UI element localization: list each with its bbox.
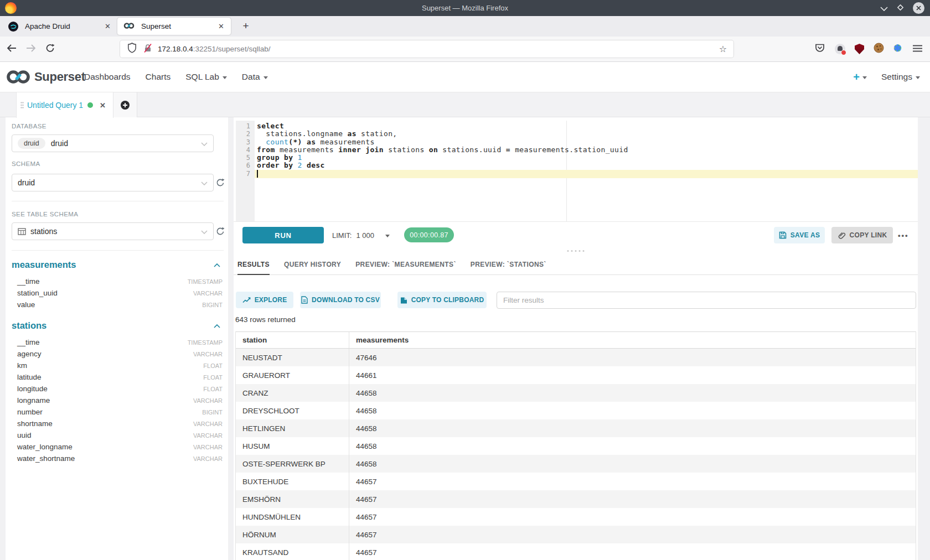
table-row[interactable]: HUNDSMÜHLEN44657 [236, 508, 916, 526]
column-row[interactable]: kmFLOAT [12, 360, 223, 371]
stations-section-header[interactable]: stations [12, 319, 224, 331]
column-row[interactable]: water_longnameVARCHAR [12, 441, 223, 453]
tab-preview-measurements[interactable]: PREVIEW: `MEASUREMENTS` [355, 255, 456, 275]
table-select[interactable]: stations [12, 222, 214, 240]
table-row[interactable]: HUSUM44658 [236, 437, 916, 455]
table-row[interactable]: EMSHÖRN44657 [236, 490, 916, 508]
column-row[interactable]: __timeTIMESTAMP [12, 336, 223, 348]
extension-icon[interactable] [835, 44, 845, 54]
table-schema-label: SEE TABLE SCHEMA [12, 211, 78, 217]
tab-close-icon[interactable]: ✕ [216, 21, 226, 32]
refresh-schemas-icon[interactable] [216, 178, 225, 187]
forward-icon[interactable] [26, 44, 36, 54]
column-row[interactable]: water_shortnameVARCHAR [12, 453, 223, 464]
new-query-tab-button[interactable] [113, 92, 137, 117]
window-maximize-icon[interactable] [897, 3, 904, 13]
query-tab[interactable]: Untitled Query 1 ✕ [16, 92, 113, 118]
download-csv-button[interactable]: DOWNLOAD TO CSV [300, 292, 381, 308]
insecure-lock-icon[interactable] [143, 43, 152, 55]
table-row[interactable]: GRAUERORT44661 [236, 366, 916, 384]
code-line[interactable]: select [257, 122, 628, 130]
chevron-up-icon[interactable] [214, 320, 220, 330]
column-row[interactable]: numberBIGINT [12, 406, 223, 418]
window-titlebar[interactable]: Superset — Mozilla Firefox [0, 0, 930, 16]
query-tab-close-icon[interactable]: ✕ [97, 100, 108, 111]
nav-dashboards[interactable]: Dashboards [84, 72, 131, 82]
database-select[interactable]: druid druid [12, 134, 214, 152]
code-line[interactable]: from measurements inner join stations on… [257, 146, 628, 154]
column-row[interactable]: shortnameVARCHAR [12, 418, 223, 429]
drag-handle-icon[interactable] [20, 102, 24, 108]
table-row[interactable]: HÖRNUM44657 [236, 526, 916, 543]
window-minimize-icon[interactable] [880, 3, 888, 13]
column-row[interactable]: station_uuidVARCHAR [12, 287, 223, 299]
url-text[interactable]: 172.18.0.4:32251/superset/sqllab/ [158, 45, 719, 53]
table-row[interactable]: OSTE-SPERRWERK BP44658 [236, 455, 916, 473]
url-bar[interactable]: 172.18.0.4:32251/superset/sqllab/ ☆ [120, 40, 733, 58]
column-row[interactable]: __timeTIMESTAMP [12, 276, 223, 287]
column-row[interactable]: longitudeFLOAT [12, 383, 223, 395]
save-as-button[interactable]: SAVE AS [774, 227, 825, 243]
chevron-down-icon [916, 76, 920, 79]
copy-link-button[interactable]: COPY LINK [831, 227, 893, 243]
tab-query-history[interactable]: QUERY HISTORY [284, 255, 341, 275]
code-lines[interactable]: select stations.longname as station, cou… [257, 122, 628, 178]
column-header-measurements[interactable]: measurements [349, 332, 916, 348]
chevron-up-icon[interactable] [214, 260, 220, 269]
bookmark-star-icon[interactable]: ☆ [719, 44, 727, 54]
code-line[interactable]: stations.longname as station, [257, 130, 628, 138]
column-header-station[interactable]: station [236, 332, 349, 348]
filter-results-input[interactable] [497, 292, 916, 309]
column-row[interactable]: longnameVARCHAR [12, 395, 223, 406]
tracking-shield-icon[interactable] [127, 43, 137, 55]
consent-asterisk-icon[interactable]: ✱✱ [893, 44, 903, 54]
gutter-numbers: 1234567 [236, 122, 250, 178]
reload-icon[interactable] [45, 44, 55, 55]
tab-preview-stations[interactable]: PREVIEW: `STATIONS` [471, 255, 546, 275]
column-row[interactable]: uuidVARCHAR [12, 429, 223, 441]
tab-close-icon[interactable]: ✕ [102, 21, 113, 32]
window-close-icon[interactable] [913, 2, 924, 14]
schema-select[interactable]: druid [12, 174, 214, 191]
tab-results[interactable]: RESULTS [237, 255, 270, 275]
extension-badge [841, 50, 846, 55]
code-line[interactable] [257, 170, 628, 178]
column-row[interactable]: agencyVARCHAR [12, 348, 223, 360]
code-line[interactable]: count(*) as measurements [257, 138, 628, 146]
add-new-button[interactable]: + [853, 71, 867, 84]
ublock-icon[interactable] [855, 44, 864, 54]
limit-control[interactable]: LIMIT: 1 000 [332, 227, 390, 243]
table-row[interactable]: HETLINGEN44658 [236, 419, 916, 437]
cookie-icon[interactable] [874, 43, 884, 55]
browser-tab-superset[interactable]: Superset ✕ [117, 18, 231, 35]
new-tab-button[interactable]: + [239, 19, 253, 33]
run-button[interactable]: RUN [242, 227, 324, 243]
nav-data[interactable]: Data [242, 72, 268, 82]
table-row[interactable]: BUXTEHUDE44657 [236, 473, 916, 490]
column-row[interactable]: latitudeFLOAT [12, 371, 223, 383]
table-row[interactable]: CRANZ44658 [236, 384, 916, 402]
pane-resize-handle[interactable] [567, 250, 585, 252]
back-icon[interactable] [7, 44, 17, 54]
table-row[interactable]: NEUSTADT47646 [236, 349, 916, 366]
column-row[interactable]: valueBIGINT [12, 299, 223, 310]
refresh-tables-icon[interactable] [216, 227, 225, 236]
measurements-section-header[interactable]: measurements [12, 258, 224, 271]
pocket-icon[interactable] [814, 43, 825, 55]
table-row[interactable]: KRAUTSAND44657 [236, 543, 916, 560]
superset-logo[interactable]: Superset [6, 62, 85, 92]
more-actions-button[interactable]: ••• [898, 227, 909, 243]
chevron-down-icon[interactable] [385, 235, 390, 237]
copy-to-clipboard-button[interactable]: COPY TO CLIPBOARD [397, 292, 487, 308]
settings-menu[interactable]: Settings [881, 72, 920, 82]
table-row[interactable]: DREYSCHLOOT44658 [236, 402, 916, 419]
nav-charts[interactable]: Charts [146, 72, 171, 82]
druid-favicon [8, 22, 18, 32]
code-line[interactable]: order by 2 desc [257, 162, 628, 169]
code-line[interactable]: group by 1 [257, 154, 628, 162]
explore-button[interactable]: EXPLORE [236, 292, 293, 308]
nav-sql-lab[interactable]: SQL Lab [185, 72, 227, 82]
browser-tab-druid[interactable]: Apache Druid ✕ [0, 16, 117, 37]
menu-hamburger-icon[interactable] [913, 44, 922, 54]
table-grid-icon [18, 228, 26, 235]
